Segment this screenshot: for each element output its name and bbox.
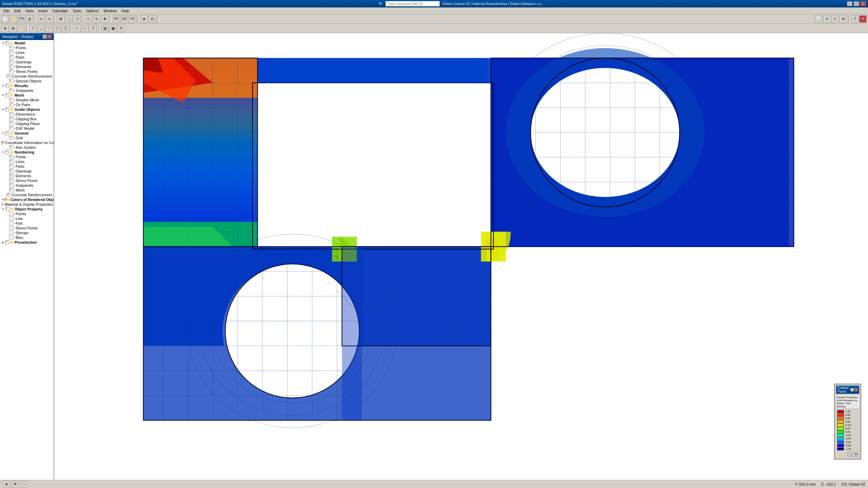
tree-checkbox[interactable] <box>9 88 13 93</box>
tree-checkbox[interactable] <box>5 107 9 111</box>
menu-help[interactable]: Help <box>119 8 131 14</box>
tree-checkbox[interactable] <box>5 131 9 135</box>
line-tool[interactable]: / <box>29 25 37 32</box>
legend-settings-button[interactable]: ⚙ <box>853 452 858 456</box>
tree-checkbox[interactable] <box>9 136 13 140</box>
rotate-button[interactable]: ↻ <box>93 15 100 23</box>
tree-item-grid[interactable]: ▪Grid <box>1 136 53 140</box>
pan-button[interactable]: ✥ <box>101 15 108 23</box>
save-button[interactable]: 💾 <box>18 15 25 23</box>
tree-item-mesh[interactable]: ▪Mesh <box>1 188 53 192</box>
tree-checkbox[interactable] <box>9 221 13 225</box>
tree-checkbox[interactable] <box>2 141 2 145</box>
wireframe-button[interactable]: ⊡ <box>149 15 156 23</box>
tree-item-parts[interactable]: ▪Parts <box>1 164 53 169</box>
tree-item-bars[interactable]: ▪Bars <box>1 235 53 240</box>
tree-item-simplex-mesh[interactable]: ▪Simplex Mesh <box>1 98 53 102</box>
tree-checkbox[interactable] <box>9 160 13 164</box>
tree-checkbox[interactable] <box>9 55 13 59</box>
point-tool[interactable]: • <box>73 25 81 32</box>
grid-button[interactable]: ⊞ <box>9 25 17 32</box>
dimension-tool[interactable]: ↔ <box>81 25 89 32</box>
zoom-window-button[interactable]: 🔍 <box>65 15 73 23</box>
redo-button[interactable]: ↪ <box>45 15 53 23</box>
tree-item-concrete-reinforcement[interactable]: ▪Concrete Reinforcement <box>1 192 53 197</box>
tree-item-lines[interactable]: ▪Lines <box>1 50 53 55</box>
tree-checkbox[interactable] <box>9 212 13 216</box>
tree-checkbox[interactable] <box>9 145 13 149</box>
circle-tool[interactable]: ○ <box>45 25 53 32</box>
tree-item-material-&-display-properties[interactable]: ▪Material & Display Properties <box>1 202 53 207</box>
tree-checkbox[interactable] <box>2 202 2 206</box>
tree-checkbox[interactable] <box>9 117 13 121</box>
tree-checkbox[interactable] <box>6 74 9 78</box>
hatch-tool[interactable]: ▦ <box>109 25 117 32</box>
tree-checkbox[interactable] <box>9 79 13 83</box>
view-xy-button[interactable]: XY <box>113 15 120 23</box>
tree-checkbox[interactable] <box>4 198 5 202</box>
tree-item-line[interactable]: ▪Line <box>1 216 53 221</box>
tree-checkbox[interactable] <box>5 84 9 88</box>
tree-checkbox[interactable] <box>9 60 13 64</box>
print-button[interactable]: 🖨 <box>26 15 33 23</box>
menu-calculate[interactable]: Calculate <box>50 8 70 14</box>
panel-minimize-button[interactable]: − <box>850 388 854 391</box>
tree-item-special-objects[interactable]: ▪Special Objects <box>1 79 53 83</box>
status-snap-button[interactable]: ⊕ <box>3 481 10 488</box>
nav-close-button[interactable]: ✕ <box>47 35 52 39</box>
tree-item-part[interactable]: ▪Part <box>1 221 53 226</box>
view-xz-button[interactable]: XZ <box>121 15 128 23</box>
tree-item-subpanels[interactable]: ▪Subpanels <box>1 88 53 93</box>
tree-item-openings[interactable]: ▪Openings <box>1 60 53 64</box>
tree-item-dxf-model[interactable]: ▪DXF Model <box>1 126 53 131</box>
undo-button[interactable]: ↩ <box>37 15 45 23</box>
tree-checkbox[interactable] <box>9 69 13 74</box>
status-arrow-button[interactable]: → <box>20 481 28 488</box>
help-button[interactable]: ? <box>851 15 859 23</box>
tree-checkbox[interactable] <box>9 188 13 192</box>
tree-item-points[interactable]: ▪Points <box>1 155 53 159</box>
nav-pin-button[interactable]: 📌 <box>43 35 47 39</box>
strain-button[interactable]: ε <box>831 15 839 23</box>
tree-checkbox[interactable] <box>9 226 13 230</box>
snap-button[interactable]: ⊕ <box>1 25 9 32</box>
arc-tool[interactable]: ◡ <box>37 25 45 32</box>
close-panel-button[interactable]: ✕ <box>859 15 867 23</box>
poly-tool[interactable]: ⬠ <box>62 25 69 32</box>
tree-checkbox[interactable] <box>9 164 13 168</box>
tree-item-elements[interactable]: ▪Elements <box>1 174 53 178</box>
menu-window[interactable]: Window <box>101 8 119 14</box>
tree-checkbox[interactable] <box>9 179 13 183</box>
tree-checkbox[interactable] <box>9 65 13 69</box>
tree-item-object-property[interactable]: ▼📁Object Property <box>1 207 53 211</box>
menu-options[interactable]: Options <box>84 8 101 14</box>
tree-item-parts[interactable]: ▪Parts <box>1 55 53 60</box>
render-button[interactable]: ◈ <box>140 15 148 23</box>
tree-item-points[interactable]: ▪Points <box>1 211 53 216</box>
tree-item-stress-points[interactable]: ▪Stress Points <box>1 226 53 230</box>
tree-item-lines[interactable]: ▪Lines <box>1 159 53 164</box>
status-eye-button[interactable]: 👁 <box>12 481 19 488</box>
tree-checkbox[interactable] <box>9 50 13 55</box>
settings-button[interactable]: ⚙ <box>840 15 847 23</box>
tree-item-numbering[interactable]: ▼📁Numbering <box>1 150 53 155</box>
tree-checkbox[interactable] <box>5 150 9 154</box>
measure-button[interactable]: 📏 <box>18 25 25 32</box>
menu-tools[interactable]: Tools <box>71 8 83 14</box>
tree-checkbox[interactable] <box>9 183 13 187</box>
tree-checkbox[interactable] <box>5 41 9 45</box>
fill-tool[interactable]: ▨ <box>101 25 108 32</box>
tree-item-on-parts[interactable]: ▪On Parts <box>1 102 53 107</box>
tree-item-points[interactable]: ▪Points <box>1 45 53 50</box>
panel-close-button[interactable]: ✕ <box>854 388 858 391</box>
view-yz-button[interactable]: YZ <box>129 15 136 23</box>
text-tool[interactable]: T <box>90 25 97 32</box>
tree-item-axis-system[interactable]: ▪Axis System <box>1 145 53 150</box>
maximize-button[interactable]: □ <box>854 1 859 6</box>
zoom-prev-button[interactable]: ◁ <box>73 15 81 23</box>
tree-item-subpanels[interactable]: ▪Subpanels <box>1 183 53 188</box>
tree-item-results[interactable]: ▼📁Results <box>1 83 53 88</box>
tree-checkbox[interactable] <box>9 174 13 178</box>
tree-item-guide-objects[interactable]: ▼📁Guide Objects <box>1 107 53 112</box>
delete-tool[interactable]: ✕ <box>117 25 125 32</box>
